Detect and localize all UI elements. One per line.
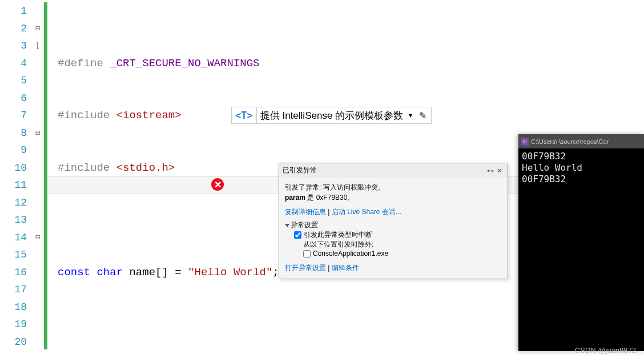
break-on-exception-checkbox[interactable]: 引发此异常类型时中断: [285, 230, 502, 240]
console-window: cı C:\Users\ \source\repos\Cor 00F79B32 …: [518, 134, 644, 351]
chevron-down-icon[interactable]: [285, 224, 289, 227]
chevron-down-icon[interactable]: ▾: [406, 111, 414, 119]
close-icon[interactable]: ✕: [495, 167, 504, 175]
template-tip-text: 提供 IntelliSense 的示例模板参数: [257, 109, 406, 122]
watermark: CSDN @juan9872: [575, 346, 636, 355]
exception-popup: 已引发异常 ⊷ ✕ 引发了异常: 写入访问权限冲突。 param 是 0xF79…: [279, 163, 508, 279]
exception-title: 已引发异常: [283, 166, 486, 175]
open-exception-settings-link[interactable]: 打开异常设置: [285, 264, 326, 272]
console-output: 00F79B32 Hello World 00F79B32: [518, 148, 644, 187]
exception-param-info: param 是 0xF79B30。: [285, 192, 502, 203]
edit-pencil-icon[interactable]: ✎: [414, 110, 431, 121]
console-title-bar[interactable]: cı C:\Users\ \source\repos\Cor: [518, 134, 644, 148]
except-app-checkbox[interactable]: ConsoleApplication1.exe: [285, 250, 502, 258]
line-number-gutter: 1234567891011121314151617181920: [0, 0, 31, 358]
fold-margin[interactable]: ⊟⌊⊟⊟: [31, 0, 44, 358]
error-stop-icon: ✕: [211, 178, 224, 191]
copy-details-link[interactable]: 复制详细信息: [285, 208, 326, 216]
vs-app-icon: cı: [521, 138, 529, 146]
edit-conditions-link[interactable]: 编辑条件: [332, 264, 359, 272]
exception-message: 引发了异常: 写入访问权限冲突。: [285, 182, 502, 192]
pin-icon[interactable]: ⊷: [486, 167, 495, 175]
except-from-label: 从以下位置引发时除外:: [285, 240, 502, 250]
template-t-icon: <T>: [232, 107, 257, 123]
console-path: C:\Users\ \source\repos\Cor: [531, 138, 609, 145]
exception-settings-header: 异常设置: [291, 221, 318, 229]
exception-popup-header: 已引发异常 ⊷ ✕: [279, 163, 508, 178]
intellisense-template-tip[interactable]: <T> 提供 IntelliSense 的示例模板参数 ▾ ✎: [231, 107, 432, 124]
live-share-link[interactable]: 启动 Live Share 会话...: [332, 208, 401, 216]
